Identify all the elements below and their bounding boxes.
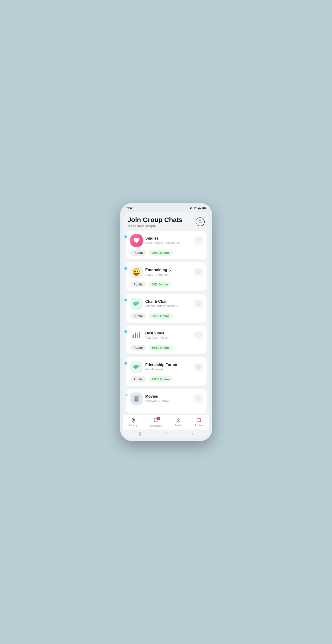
bar-chart-icon [132,332,141,339]
card-bottom-entertaining: Public 5/50 Online [130,282,203,287]
card-bottom-desi: Public 19/50 Online [130,345,203,350]
group-icon-chai [130,298,142,310]
wifi-icon [194,206,197,210]
group-icon-entertaining: 😜 [130,266,142,278]
chat-bubbles-icon-2 [133,363,140,371]
card-info: Movies Bollywood, shows [130,392,194,405]
svg-point-20 [138,366,139,366]
page-subtitle: Meet new people. [128,224,182,228]
emoji-icon: 😜 [132,268,141,276]
public-badge: Public [130,345,146,350]
svg-line-4 [201,222,202,224]
svg-point-22 [135,400,137,401]
favorite-button-singles[interactable] [194,236,203,245]
svg-point-21 [135,398,136,399]
card-top: Movies Bollywood, shows [130,392,203,405]
movies-icon [132,394,140,402]
heart-outline-icon [196,302,201,306]
card-info: 😜 Entertaining ツ Lively, Humor, hhh [130,266,194,278]
home-indicator-square: □ [166,431,168,436]
rooms-label: Rooms [194,424,203,427]
nav-item-rooms[interactable]: Rooms [192,417,206,428]
card-info: Chai & Chat Friends, Buddy, Intimate [130,298,194,310]
svg-point-25 [178,419,179,420]
favorite-button-entertaining[interactable] [194,268,203,276]
favorite-button-chai[interactable] [194,300,203,308]
svg-point-24 [133,420,134,420]
heart-outline-icon [196,238,201,242]
header-text: Join Group Chats Meet new people. [128,216,182,228]
card-top: Desi Vibes Talk, Desi, Vibes [130,329,203,342]
heart-outline-icon [196,333,201,338]
location-icon [131,418,136,423]
mute-icon [189,206,192,210]
svg-point-11 [138,302,138,303]
active-dot [124,298,127,302]
card-top: 😜 Entertaining ツ Lively, Humor, hhh [130,266,203,278]
groups-list: Singles Love, Singles, Soulmates Public [123,231,209,414]
card-top: Singles Love, Singles, Soulmates [130,234,203,246]
home-indicator-back: ‹ [192,431,193,436]
card-info: Friendship Forum friends, meet [130,361,194,373]
card-bottom-friendship: Public 23/50 Online [130,376,203,382]
group-icon-singles [130,234,142,246]
rooms-icon [196,418,201,423]
card-text-singles: Singles Love, Singles, Soulmates [146,236,180,244]
chat-bubbles-icon [133,300,140,308]
app-screen: Join Group Chats Meet new people. [123,212,209,438]
phone-content: Join Group Chats Meet new people. [123,212,209,438]
home-indicator: ||| □ ‹ [123,430,209,438]
group-card-desi[interactable]: Desi Vibes Talk, Desi, Vibes Public 1 [126,326,206,354]
svg-rect-2 [206,208,206,209]
nav-item-messages[interactable]: 2 Messages [147,416,164,428]
card-top: Chai & Chat Friends, Buddy, Intimate [130,298,203,310]
favorite-button-desi[interactable] [194,331,203,340]
group-card-movies[interactable]: Movies Bollywood, shows Public [126,389,206,414]
favorite-button-movies[interactable] [194,394,203,403]
card-text-friendship: Friendship Forum friends, meet [146,363,177,371]
svg-point-12 [138,302,139,303]
card-text-entertaining: Entertaining ツ Lively, Humor, hhh [146,268,172,276]
nav-item-profile[interactable]: Profile [172,417,185,428]
card-text-movies: Movies Bollywood, shows [146,394,170,402]
group-icon-movies [130,392,142,405]
public-badge: Public [130,376,146,382]
group-icon-friendship [130,361,142,373]
notch [151,203,181,210]
signal-icon [198,206,201,210]
svg-point-19 [138,366,138,366]
nearby-label: Nearby [129,424,138,427]
active-dot [124,235,127,238]
online-badge: 23/50 Online [148,376,173,382]
group-card-singles[interactable]: Singles Love, Singles, Soulmates Public [126,231,206,260]
profile-icon [176,418,181,423]
active-dot [124,267,127,270]
heart-icon [133,237,140,244]
favorite-button-friendship[interactable] [194,363,203,371]
group-card-chai[interactable]: Chai & Chat Friends, Buddy, Intimate Pub… [126,294,206,323]
online-badge: 38/50 Online [148,250,173,256]
nav-item-nearby[interactable]: Nearby [126,417,140,428]
svg-point-7 [135,303,136,304]
time-display: 01:40 [126,206,134,210]
search-icon [198,220,202,224]
card-bottom-singles: Public 38/50 Online [130,250,203,256]
active-dot [124,330,127,333]
card-bottom-chai: Public 26/50 Online [130,313,203,319]
svg-rect-1 [202,207,206,209]
home-indicator-bars: ||| [139,431,142,436]
svg-point-10 [137,302,138,303]
active-dot [124,362,127,364]
card-top: Friendship Forum friends, meet [130,361,203,373]
card-info: Singles Love, Singles, Soulmates [130,234,194,246]
phone-frame: 01:40 [120,203,212,441]
card-text-desi: Desi Vibes Talk, Desi, Vibes [146,331,168,339]
group-card-entertaining[interactable]: 😜 Entertaining ツ Lively, Humor, hhh [126,262,206,291]
search-button[interactable] [196,217,205,226]
svg-point-15 [135,366,136,367]
svg-point-23 [137,398,138,399]
page-header: Join Group Chats Meet new people. [123,212,209,231]
message-badge: 2 [156,416,160,420]
heart-outline-icon [196,270,201,274]
group-card-friendship[interactable]: Friendship Forum friends, meet Public [126,357,206,386]
